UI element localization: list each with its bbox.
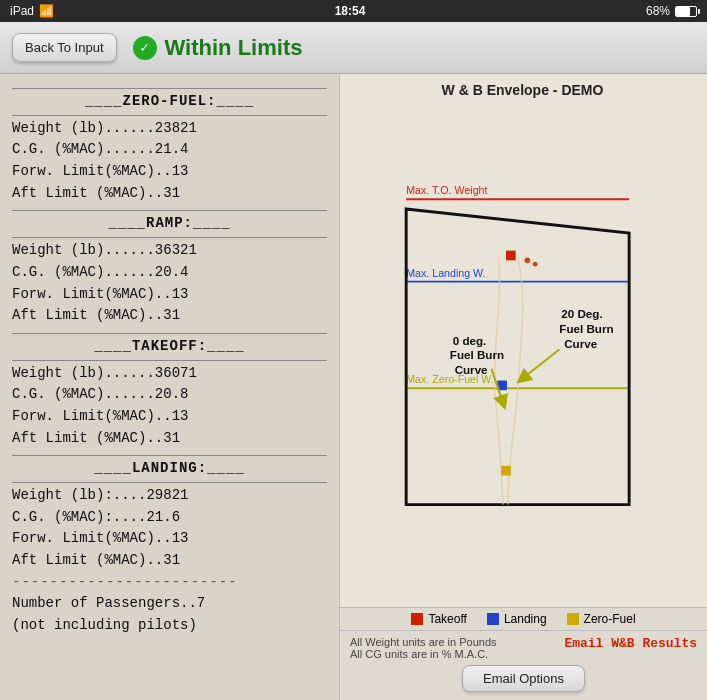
units-info: All Weight units are in Pounds All CG un… bbox=[350, 636, 497, 660]
20deg-label-line3: Curve bbox=[564, 337, 597, 350]
takeoff-weight: Weight (lb)......36071 bbox=[12, 363, 327, 385]
landing-weight: Weight (lb):....29821 bbox=[12, 485, 327, 507]
0deg-label-line3: Curve bbox=[455, 363, 488, 376]
battery-fill bbox=[676, 7, 690, 16]
status-bar: iPad 📶 18:54 68% bbox=[0, 0, 707, 22]
max-to-label: Max. T.O. Weight bbox=[406, 184, 487, 196]
email-options-button[interactable]: Email Options bbox=[462, 665, 585, 692]
0deg-label-line2: Fuel Burn bbox=[450, 348, 504, 361]
ramp-cg: C.G. (%MAC)......20.4 bbox=[12, 262, 327, 284]
left-panel: ____ZERO-FUEL:____ Weight (lb)......2382… bbox=[0, 74, 340, 700]
zero-fuel-cg: C.G. (%MAC)......21.4 bbox=[12, 139, 327, 161]
takeoff-legend-label: Takeoff bbox=[428, 612, 466, 626]
landing-aft: Aft Limit (%MAC)..31 bbox=[12, 550, 327, 572]
status-right: 68% bbox=[646, 4, 697, 18]
email-wb-results-link[interactable]: Email W&B Results bbox=[564, 636, 697, 651]
back-to-input-button[interactable]: Back To Input bbox=[12, 33, 117, 62]
legend-area: Takeoff Landing Zero-Fuel bbox=[340, 607, 707, 630]
zerofuel-legend-label: Zero-Fuel bbox=[584, 612, 636, 626]
divider: ------------------------ bbox=[12, 572, 327, 594]
landing-legend-icon bbox=[487, 613, 499, 625]
header: Back To Input ✓ Within Limits bbox=[0, 22, 707, 74]
legend-landing: Landing bbox=[487, 612, 547, 626]
ramp-weight: Weight (lb)......36321 bbox=[12, 240, 327, 262]
weight-units-line: All Weight units are in Pounds bbox=[350, 636, 497, 648]
bottom-info-bar: All Weight units are in Pounds All CG un… bbox=[340, 630, 707, 700]
svg-rect-11 bbox=[487, 613, 499, 625]
legend-zerofuel: Zero-Fuel bbox=[567, 612, 636, 626]
check-icon: ✓ bbox=[133, 36, 157, 60]
zero-fuel-forw: Forw. Limit(%MAC)..13 bbox=[12, 161, 327, 183]
zero-fuel-aft: Aft Limit (%MAC)..31 bbox=[12, 183, 327, 205]
takeoff-forw: Forw. Limit(%MAC)..13 bbox=[12, 406, 327, 428]
wb-envelope-chart: Max. T.O. Weight Max. Landing W. Max. Ze… bbox=[348, 104, 697, 595]
zero-fuel-weight: Weight (lb)......23821 bbox=[12, 118, 327, 140]
20deg-label-line2: Fuel Burn bbox=[559, 322, 613, 335]
status-time: 18:54 bbox=[335, 4, 366, 18]
takeoff-legend-icon bbox=[411, 613, 423, 625]
svg-rect-10 bbox=[411, 613, 423, 625]
status-left: iPad 📶 bbox=[10, 4, 54, 18]
section-ramp-title: ____RAMP:____ bbox=[12, 210, 327, 238]
zerofuel-legend-icon bbox=[567, 613, 579, 625]
chart-title: W & B Envelope - DEMO bbox=[348, 82, 697, 98]
section-landing-title: ____LANDING:____ bbox=[12, 455, 327, 483]
pax-count: Number of Passengers..7 bbox=[12, 593, 327, 615]
landing-forw: Forw. Limit(%MAC)..13 bbox=[12, 528, 327, 550]
chart-container: Max. T.O. Weight Max. Landing W. Max. Ze… bbox=[348, 104, 697, 595]
zerofuel-point bbox=[501, 466, 511, 476]
main-content: ____ZERO-FUEL:____ Weight (lb)......2382… bbox=[0, 74, 707, 700]
chart-area: W & B Envelope - DEMO Max. T.O. Weight M… bbox=[340, 74, 707, 607]
battery-icon bbox=[675, 6, 697, 17]
right-panel: W & B Envelope - DEMO Max. T.O. Weight M… bbox=[340, 74, 707, 700]
takeoff-cg: C.G. (%MAC)......20.8 bbox=[12, 384, 327, 406]
20deg-label-line1: 20 Deg. bbox=[561, 307, 602, 320]
legend-takeoff: Takeoff bbox=[411, 612, 466, 626]
svg-marker-3 bbox=[406, 209, 629, 505]
battery-percent: 68% bbox=[646, 4, 670, 18]
svg-point-4 bbox=[524, 257, 530, 263]
header-title-area: ✓ Within Limits bbox=[133, 35, 303, 61]
ramp-aft: Aft Limit (%MAC)..31 bbox=[12, 305, 327, 327]
takeoff-point bbox=[506, 251, 516, 261]
ramp-forw: Forw. Limit(%MAC)..13 bbox=[12, 284, 327, 306]
pax-note: (not including pilots) bbox=[12, 615, 327, 637]
landing-cg: C.G. (%MAC):....21.6 bbox=[12, 507, 327, 529]
landing-legend-label: Landing bbox=[504, 612, 547, 626]
section-zero-fuel-title: ____ZERO-FUEL:____ bbox=[12, 88, 327, 116]
svg-point-5 bbox=[533, 262, 538, 267]
page-title: Within Limits bbox=[165, 35, 303, 61]
device-label: iPad bbox=[10, 4, 34, 18]
section-takeoff-title: ____TAKEOFF:____ bbox=[12, 333, 327, 361]
cg-units-line: All CG units are in % M.A.C. bbox=[350, 648, 497, 660]
takeoff-aft: Aft Limit (%MAC)..31 bbox=[12, 428, 327, 450]
0deg-label-line1: 0 deg. bbox=[453, 334, 487, 347]
svg-rect-12 bbox=[567, 613, 579, 625]
max-landing-label: Max. Landing W. bbox=[406, 267, 485, 279]
wifi-icon: 📶 bbox=[39, 4, 54, 18]
svg-line-7 bbox=[523, 350, 560, 379]
